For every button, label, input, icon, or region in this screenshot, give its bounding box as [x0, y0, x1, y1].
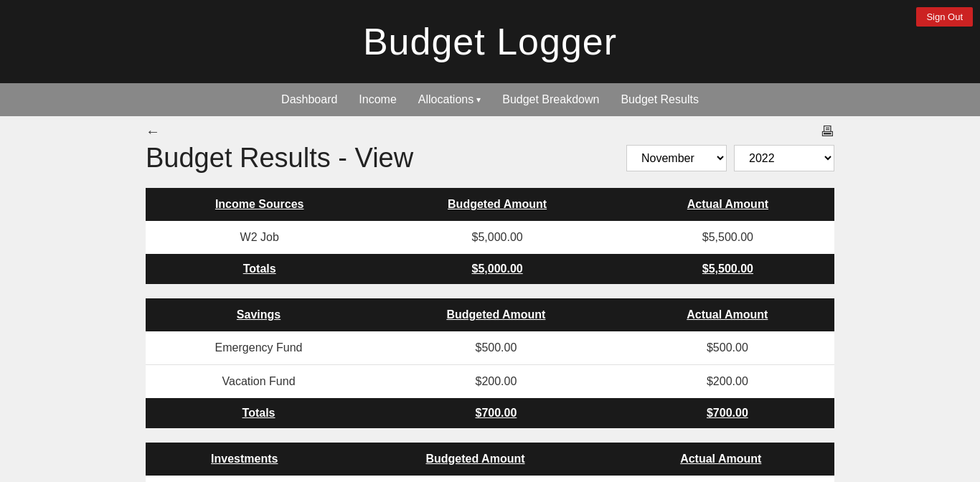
savings-header-row: Savings Budgeted Amount Actual Amount [146, 298, 834, 331]
savings-totals-row: Totals $700.00 $700.00 [146, 398, 834, 428]
row-budgeted: $500.00 [372, 331, 621, 365]
nav-income[interactable]: Income [359, 90, 396, 109]
savings-totals-budgeted: $700.00 [372, 398, 621, 428]
row-name: Emergency Fund [146, 331, 372, 365]
print-button[interactable]: 🖶 [820, 123, 834, 140]
income-totals-actual: $5,500.00 [621, 254, 834, 284]
income-table: Income Sources Budgeted Amount Actual Am… [146, 188, 834, 284]
income-totals-label: Totals [146, 254, 373, 284]
sign-out-button[interactable]: Sign Out [916, 7, 973, 27]
row-budgeted: $200.00 [372, 365, 621, 399]
nav-budget-results[interactable]: Budget Results [621, 90, 699, 109]
savings-totals-label: Totals [146, 398, 372, 428]
back-button[interactable]: ← [146, 123, 160, 140]
row-actual: $250.00 [607, 476, 834, 482]
nav-allocations[interactable]: Allocations ▾ [418, 93, 481, 106]
chevron-down-icon: ▾ [476, 95, 481, 105]
nav-budget-breakdown[interactable]: Budget Breakdown [502, 90, 599, 109]
savings-table: Savings Budgeted Amount Actual Amount Em… [146, 298, 834, 428]
investments-table: Investments Budgeted Amount Actual Amoun… [146, 443, 834, 482]
table-row: 401k $250.00 $250.00 [146, 476, 834, 482]
main-content: ← 🖶 Budget Results - View November Janua… [131, 116, 849, 482]
income-header-row: Income Sources Budgeted Amount Actual Am… [146, 188, 834, 221]
nav-bar: Dashboard Income Allocations ▾ Budget Br… [0, 83, 980, 116]
savings-actual-header: Actual Amount [621, 298, 834, 331]
date-selectors: November January February March April Ma… [626, 145, 834, 171]
income-actual-header: Actual Amount [621, 188, 834, 221]
app-title: Budget Logger [14, 20, 966, 63]
income-totals-row: Totals $5,000.00 $5,500.00 [146, 254, 834, 284]
table-row: Emergency Fund $500.00 $500.00 [146, 331, 834, 365]
row-name: Vacation Fund [146, 365, 372, 399]
income-budgeted-header: Budgeted Amount [373, 188, 621, 221]
table-row: Vacation Fund $200.00 $200.00 [146, 365, 834, 399]
savings-section-label: Savings [146, 298, 372, 331]
nav-dashboard[interactable]: Dashboard [281, 90, 337, 109]
row-actual: $5,500.00 [621, 221, 834, 254]
app-header: Budget Logger Sign Out [0, 0, 980, 83]
month-select[interactable]: November January February March April Ma… [626, 145, 727, 171]
row-name: W2 Job [146, 221, 373, 254]
table-row: W2 Job $5,000.00 $5,500.00 [146, 221, 834, 254]
page-title-row: Budget Results - View November January F… [146, 143, 834, 174]
income-section-label: Income Sources [146, 188, 373, 221]
top-controls: ← 🖶 [146, 123, 834, 140]
investments-actual-header: Actual Amount [607, 443, 834, 476]
income-totals-budgeted: $5,000.00 [373, 254, 621, 284]
year-select[interactable]: 2022 2020 2021 2023 [734, 145, 834, 171]
row-name: 401k [146, 476, 344, 482]
nav-allocations-label: Allocations [418, 93, 473, 106]
savings-budgeted-header: Budgeted Amount [372, 298, 621, 331]
investments-section-label: Investments [146, 443, 344, 476]
row-actual: $500.00 [621, 331, 834, 365]
page-title: Budget Results - View [146, 143, 413, 174]
investments-budgeted-header: Budgeted Amount [344, 443, 608, 476]
row-actual: $200.00 [621, 365, 834, 399]
row-budgeted: $250.00 [344, 476, 608, 482]
row-budgeted: $5,000.00 [373, 221, 621, 254]
savings-totals-actual: $700.00 [621, 398, 834, 428]
investments-header-row: Investments Budgeted Amount Actual Amoun… [146, 443, 834, 476]
